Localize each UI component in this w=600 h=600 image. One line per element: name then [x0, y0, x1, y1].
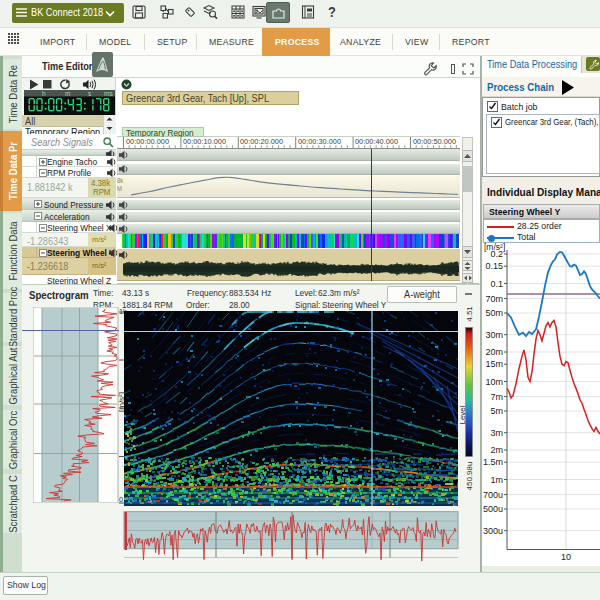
svg-text:7m: 7m	[490, 392, 503, 402]
svg-text:700u: 700u	[483, 490, 503, 500]
svg-text:500u: 500u	[483, 504, 503, 514]
svg-text:300u: 300u	[483, 526, 503, 536]
svg-text:ms: ms	[104, 90, 113, 97]
svg-text:70m: 70m	[485, 294, 503, 304]
svg-text:1m: 1m	[490, 475, 503, 485]
svg-text:0.1: 0.1	[490, 279, 503, 289]
svg-text:30m: 30m	[485, 330, 503, 340]
svg-text:10: 10	[561, 552, 571, 562]
svg-text:10m: 10m	[485, 377, 503, 387]
svg-text:5m: 5m	[490, 406, 503, 416]
svg-text:1.5m: 1.5m	[483, 457, 503, 467]
svg-text:2m: 2m	[490, 445, 503, 455]
svg-text:[m/s²]: [m/s²]	[484, 243, 505, 252]
svg-text:h: h	[42, 90, 46, 97]
svg-text:m: m	[65, 90, 70, 97]
svg-text:3m: 3m	[490, 428, 503, 438]
svg-text:50m: 50m	[485, 308, 503, 318]
svg-text:0.15: 0.15	[485, 261, 503, 271]
svg-text:20m: 20m	[485, 347, 503, 357]
svg-text:15m: 15m	[485, 359, 503, 369]
